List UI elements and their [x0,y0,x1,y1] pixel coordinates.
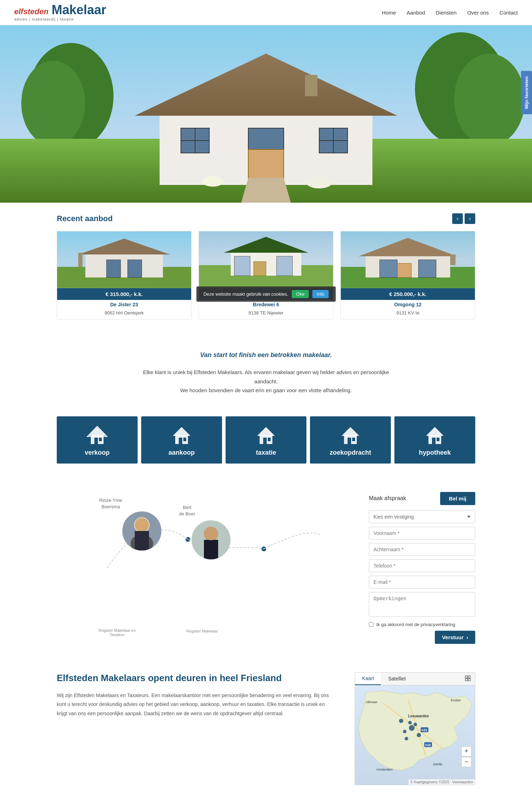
svg-marker-53 [257,427,275,436]
achternaam-input[interactable] [369,543,475,556]
voornaam-input[interactable] [369,527,475,540]
cookie-info-button[interactable]: Info [312,290,329,298]
property-card-3[interactable]: € 250.000,- k.k. Omgong 12 9131 KV Ie [340,231,475,319]
property-location-1: 9062 HH Oentsjerk [57,309,191,319]
arrow-right-icon: › [466,634,468,640]
service-verkoop[interactable]: verkoop [57,416,138,464]
map-tab-kaart[interactable]: Kaart [355,673,381,685]
mijn-favorieten-sidebar[interactable]: Mijn favorieten [521,71,532,114]
voornaam-group [369,527,475,540]
property-location-3: 9131 KV Ie [341,309,475,319]
logo[interactable]: elfsteden Makelaar advies | makelaardij … [14,4,106,21]
prev-arrow-button[interactable]: ‹ [452,213,463,224]
svg-text:Amsterdam: Amsterdam [376,768,393,771]
property-image-2 [199,231,333,288]
map-expand-button[interactable] [461,673,475,685]
telefoon-input[interactable] [369,559,475,572]
contact-form-title: Maak afspraak [369,495,406,502]
svg-rect-77 [468,676,470,678]
service-aankoop[interactable]: aankoop [141,416,222,464]
properties-grid: € 315.000,- k.k. De Jister 23 9062 HH Oe… [57,231,475,319]
property-image-1 [57,231,191,288]
property-name-1: De Jister 23 [57,300,191,309]
svg-point-92 [414,723,417,726]
bel-mij-button[interactable]: Bel mij [440,492,475,505]
service-label-hypotheek: hypotheek [419,449,451,456]
svg-text:Leeuwarden: Leeuwarden [408,714,429,718]
opmerkingen-textarea[interactable] [369,592,475,617]
vestiging-select[interactable]: Kies een vestiging [369,510,475,523]
service-label-taxatie: taxatie [256,449,276,456]
map-tabs: Kaart Satelliet [355,673,475,685]
friesland-section: Elfsteden Makelaars opent deuren in heel… [0,658,532,799]
property-price-1: € 315.000,- k.k. [57,288,191,300]
service-hypotheek[interactable]: hypotheek [394,416,475,464]
tagline: Van start tot finish een betrokken makel… [57,351,475,359]
nav-diensten[interactable]: Diensten [436,10,456,16]
achternaam-group [369,543,475,556]
next-arrow-button[interactable]: › [465,213,475,224]
map-container: Kaart Satelliet [355,672,475,785]
privacy-checkbox[interactable] [369,622,373,627]
nav-aanbod[interactable]: Aanbod [407,10,425,16]
svg-text:Alkmaar: Alkmaar [366,700,377,704]
svg-point-91 [405,737,408,740]
map-zoom-controls: + − [461,746,471,767]
svg-point-94 [408,721,412,724]
service-label-zoekopdracht: zoekopdracht [329,449,371,456]
logo-elf: elf [14,7,23,16]
hero-image [0,25,532,203]
svg-rect-28 [78,253,83,267]
friesland-title: Elfsteden Makelaars opent deuren in heel… [57,672,333,684]
svg-rect-43 [450,254,455,265]
main-nav: Home Aanbod Diensten Over ons Contact [382,10,518,16]
cookie-text: Deze website maakt gebruik van cookies. [204,291,288,297]
verstuur-button[interactable]: Verstuur › [435,631,475,644]
description: Elke klant is uniek bij Elfsteden Makela… [142,368,390,395]
svg-rect-24 [85,253,163,278]
contact-form-header: Maak afspraak Bel mij [369,492,475,505]
svg-point-90 [417,733,421,737]
tagline-section: Van start tot finish een betrokken makel… [0,334,532,402]
map-tab-satelliet[interactable]: Satelliet [381,673,413,685]
map-attribution: © Kaartgegevens ©2025 · Voorwaarden [409,779,475,785]
property-location-2: 9138 TE Nijewier [199,309,333,319]
house-zoekopdracht-icon [340,425,361,445]
zoom-out-button[interactable]: − [461,757,471,767]
agent-2-avatar [192,520,231,559]
logo-subtitle: advies | makelaardij | taxatie [14,17,74,21]
property-card-2[interactable]: € 275.000,- k.k. Bredewei 6 9138 TE Nije… [199,231,333,319]
cookie-ok-button[interactable]: Oke [292,290,309,298]
privacy-check-group: Ik ga akkoord met de privacyverklaring [369,622,475,627]
svg-point-75 [205,527,217,540]
svg-point-89 [399,719,403,723]
svg-point-70 [135,518,149,532]
friesland-text-area: Elfsteden Makelaars opent deuren in heel… [57,672,333,718]
logo-makelaar: Makelaar [52,2,106,17]
zoom-in-button[interactable]: + [461,746,471,756]
house-hypotheek-icon [424,425,445,445]
service-taxatie[interactable]: taxatie [226,416,306,464]
svg-marker-61 [426,427,444,436]
svg-rect-51 [179,438,182,444]
property-name-3: Omgong 12 [341,300,475,309]
privacy-label: Ik ga akkoord met de privacyverklaring [376,622,455,627]
vestiging-group: Kies een vestiging [369,510,475,523]
svg-rect-40 [379,260,397,278]
email-input[interactable] [369,576,475,588]
svg-rect-27 [128,260,142,278]
service-zoekopdracht[interactable]: zoekopdracht [310,416,391,464]
recent-header: Recent aanbod ‹ › [57,213,475,224]
svg-rect-52 [183,438,186,441]
nav-over-ons[interactable]: Over ons [467,10,489,16]
recent-title: Recent aanbod [57,214,113,223]
property-card-1[interactable]: € 315.000,- k.k. De Jister 23 9062 HH Oe… [57,231,192,319]
nav-contact[interactable]: Contact [499,10,518,16]
nav-home[interactable]: Home [382,10,396,16]
verstuur-row: Verstuur › [369,631,475,644]
svg-point-19 [202,176,223,187]
svg-point-20 [307,178,332,188]
svg-rect-63 [432,438,436,444]
svg-rect-55 [263,438,267,444]
svg-rect-41 [419,260,436,278]
